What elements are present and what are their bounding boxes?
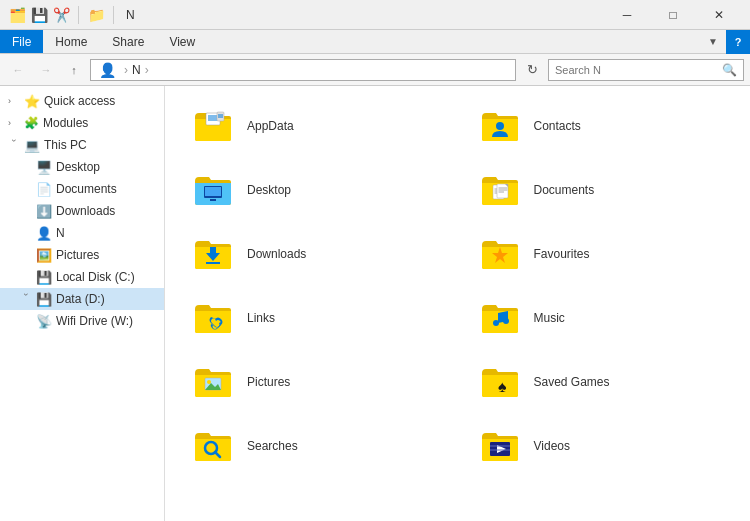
folder-name-desktop: Desktop (247, 183, 291, 197)
search-input[interactable] (555, 64, 718, 76)
tb-icon-2: 💾 (30, 6, 48, 24)
sidebar-label-documents: Documents (56, 182, 117, 196)
folder-name-downloads: Downloads (247, 247, 306, 261)
folder-icon-desktop (189, 166, 237, 214)
folder-name-videos: Videos (534, 439, 570, 453)
folder-icon-contacts (476, 102, 524, 150)
sidebar-item-desktop[interactable]: 🖥️ Desktop (0, 156, 164, 178)
data-d-icon: 💾 (36, 292, 52, 307)
ribbon: File Home Share View ▼ ? (0, 30, 750, 54)
sidebar-label-wifi-drive: Wifi Drive (W:) (56, 314, 133, 328)
quick-access-icon: ⭐ (24, 94, 40, 109)
local-disk-c-icon: 💾 (36, 270, 52, 285)
n-icon: 👤 (36, 226, 52, 241)
address-bar: ← → ↑ 👤 › N › ↻ 🔍 (0, 54, 750, 86)
downloads-icon: ⬇️ (36, 204, 52, 219)
address-path[interactable]: 👤 › N › (90, 59, 516, 81)
address-separator: › (124, 63, 128, 77)
folder-item-searches[interactable]: Searches (181, 416, 448, 476)
folder-item-pictures[interactable]: Pictures (181, 352, 448, 412)
sidebar-item-downloads[interactable]: ⬇️ Downloads (0, 200, 164, 222)
forward-button[interactable]: → (34, 58, 58, 82)
wifi-drive-icon: 📡 (36, 314, 52, 329)
folder-item-contacts[interactable]: Contacts (468, 96, 735, 156)
svg-point-22 (493, 320, 499, 326)
this-pc-icon: 💻 (24, 138, 40, 153)
ribbon-expand[interactable]: ▼ (700, 30, 726, 53)
sidebar-item-documents[interactable]: 📄 Documents (0, 178, 164, 200)
folder-name-pictures: Pictures (247, 375, 290, 389)
sidebar-item-data-d[interactable]: › 💾 Data (D:) (0, 288, 164, 310)
sidebar-item-local-disk-c[interactable]: 💾 Local Disk (C:) (0, 266, 164, 288)
sidebar-label-local-disk-c: Local Disk (C:) (56, 270, 135, 284)
sidebar-item-n[interactable]: 👤 N (0, 222, 164, 244)
folder-item-appdata[interactable]: AppData (181, 96, 448, 156)
tb-icon-4: 📁 (87, 6, 105, 24)
minimize-button[interactable]: ─ (604, 0, 650, 30)
folder-item-music[interactable]: Music (468, 288, 735, 348)
folder-item-desktop[interactable]: Desktop (181, 160, 448, 220)
folder-name-music: Music (534, 311, 565, 325)
content-area: AppData Contacts (165, 86, 750, 521)
refresh-button[interactable]: ↻ (520, 58, 544, 82)
title-bar-icons: 🗂️ 💾 ✂️ 📁 (8, 6, 118, 24)
search-box[interactable]: 🔍 (548, 59, 744, 81)
back-button[interactable]: ← (6, 58, 30, 82)
folder-icon-searches (189, 422, 237, 470)
ribbon-view-tab[interactable]: View (157, 30, 208, 53)
window-title: N (126, 8, 135, 22)
help-button[interactable]: ? (726, 30, 750, 54)
maximize-button[interactable]: □ (650, 0, 696, 30)
folder-icon-appdata (189, 102, 237, 150)
folder-icon-downloads (189, 230, 237, 278)
svg-rect-20 (206, 262, 220, 264)
close-button[interactable]: ✕ (696, 0, 742, 30)
sidebar-item-this-pc[interactable]: › 💻 This PC (0, 134, 164, 156)
user-icon: 👤 (99, 62, 116, 78)
folder-item-downloads[interactable]: Downloads (181, 224, 448, 284)
address-current: N (132, 63, 141, 77)
folder-item-documents[interactable]: Documents (468, 160, 735, 220)
svg-point-7 (496, 122, 504, 130)
sidebar-label-desktop: Desktop (56, 160, 100, 174)
sidebar-item-quick-access[interactable]: › ⭐ Quick access (0, 90, 164, 112)
tb-icon-3: ✂️ (52, 6, 70, 24)
folder-name-documents: Documents (534, 183, 595, 197)
folder-grid: AppData Contacts (181, 96, 734, 476)
folder-name-saved-games: Saved Games (534, 375, 610, 389)
ribbon-home-tab[interactable]: Home (43, 30, 100, 53)
sidebar-label-downloads: Downloads (56, 204, 115, 218)
sidebar-item-modules[interactable]: › 🧩 Modules (0, 112, 164, 134)
sidebar-item-wifi-drive[interactable]: 📡 Wifi Drive (W:) (0, 310, 164, 332)
folder-icon-music (476, 294, 524, 342)
address-arrow: › (145, 63, 149, 77)
folder-name-searches: Searches (247, 439, 298, 453)
sidebar-label-quick-access: Quick access (44, 94, 115, 108)
folder-icon-favourites (476, 230, 524, 278)
folder-item-links[interactable]: Links (181, 288, 448, 348)
sidebar: › ⭐ Quick access › 🧩 Modules › 💻 This PC… (0, 86, 165, 521)
folder-icon-pictures (189, 358, 237, 406)
svg-rect-10 (210, 199, 216, 201)
folder-item-videos[interactable]: Videos (468, 416, 735, 476)
documents-icon: 📄 (36, 182, 52, 197)
desktop-icon: 🖥️ (36, 160, 52, 175)
svg-rect-15 (497, 184, 508, 198)
up-button[interactable]: ↑ (62, 58, 86, 82)
ribbon-share-tab[interactable]: Share (100, 30, 157, 53)
chevron-icon: › (9, 139, 19, 151)
folder-item-favourites[interactable]: Favourites (468, 224, 735, 284)
chevron-icon: › (21, 293, 31, 305)
sidebar-label-modules: Modules (43, 116, 88, 130)
sidebar-label-data-d: Data (D:) (56, 292, 105, 306)
sidebar-label-pictures: Pictures (56, 248, 99, 262)
folder-item-saved-games[interactable]: ♠ Saved Games (468, 352, 735, 412)
ribbon-file-tab[interactable]: File (0, 30, 43, 53)
chevron-icon: › (8, 118, 20, 128)
title-bar: 🗂️ 💾 ✂️ 📁 N ─ □ ✕ (0, 0, 750, 30)
title-bar-sep2 (113, 6, 114, 24)
sidebar-label-this-pc: This PC (44, 138, 87, 152)
main-area: › ⭐ Quick access › 🧩 Modules › 💻 This PC… (0, 86, 750, 521)
folder-name-contacts: Contacts (534, 119, 581, 133)
sidebar-item-pictures[interactable]: 🖼️ Pictures (0, 244, 164, 266)
